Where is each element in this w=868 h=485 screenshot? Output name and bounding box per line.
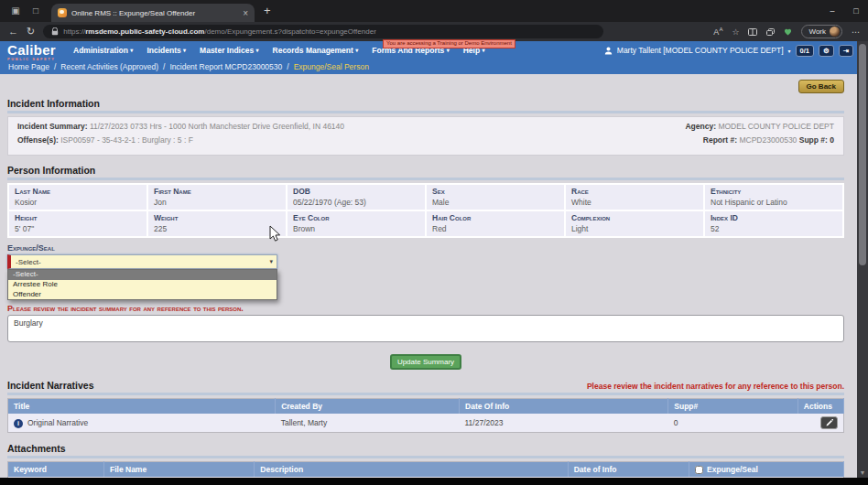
person-row-1: Last NameKosior First NameJon DOB05/22/1… [8, 184, 843, 210]
offense-value: ISP00597 - 35-43-2-1 : Burglary : 5 : F [60, 135, 193, 145]
offense-label: Offense(s): [17, 135, 59, 145]
chevron-down-icon: ▾ [130, 48, 133, 53]
pencil-icon [826, 419, 833, 426]
user-menu[interactable]: Marty Tallent [MODEL COUNTY POLICE DEPT] [617, 46, 784, 55]
person-cell: Index ID52 [704, 210, 843, 237]
column-actions: Actions [797, 399, 843, 415]
mouse-cursor-icon [268, 225, 282, 243]
field-value: Kosior [15, 198, 141, 207]
logout-button[interactable]: ⇥ [839, 45, 853, 57]
browser-titlebar: ▣ □ Online RMS :: Expunge/Seal Offender … [0, 0, 868, 22]
narrative-title-cell: iOriginal Narrative [8, 414, 276, 433]
report-number-value: MCPD23000530 [739, 135, 797, 145]
field-value: Brown [293, 224, 419, 233]
minimize-button[interactable]: – [820, 6, 844, 16]
narrative-supp: 0 [668, 414, 798, 433]
chevron-down-icon: ▾ [447, 48, 450, 53]
page-scrollbar[interactable]: ▼ [857, 41, 868, 478]
incident-narratives-header: Incident Narratives Please review the in… [7, 376, 844, 395]
menu-incidents[interactable]: Incidents ▾ [146, 46, 186, 55]
menu-records-management[interactable]: Records Management ▾ [273, 46, 359, 55]
profile-avatar [830, 27, 840, 37]
person-cell: Last NameKosior [8, 184, 147, 210]
collections-icon[interactable] [766, 28, 775, 36]
tab-search-icon[interactable]: □ [27, 0, 44, 22]
new-tab-button[interactable]: + [264, 0, 271, 22]
report-number-label: Report #: [703, 135, 737, 145]
breadcrumb-recent-activities[interactable]: Recent Activities (Approved) [60, 62, 158, 71]
scrollbar-down-arrow-icon[interactable]: ▼ [857, 469, 868, 476]
workspaces-icon[interactable]: ▣ [7, 0, 24, 22]
scrollbar-thumb[interactable] [859, 44, 866, 265]
expunge-seal-header-label: Expunge/Seal [707, 465, 758, 474]
offense-line: Offense(s): ISP00597 - 35-43-2-1 : Burgl… [17, 135, 344, 145]
reader-mode-sup: A [719, 27, 722, 32]
field-value: 52 [711, 224, 837, 233]
user-icon [604, 47, 613, 55]
edit-narrative-button[interactable] [820, 416, 838, 429]
go-back-button[interactable]: Go Back [798, 80, 844, 93]
window-controls: – □ [820, 0, 868, 22]
browser-tab[interactable]: Online RMS :: Expunge/Seal Offender × [51, 4, 255, 22]
person-cell: RaceWhite [565, 184, 704, 210]
field-value: Not Hispanic or Latino [711, 198, 837, 207]
info-icon[interactable]: i [14, 419, 23, 428]
person-row-2: Height5' 07" Weight225 Eye ColorBrown Ha… [8, 210, 843, 237]
option-arrestee-role[interactable]: Arrestee Role [8, 280, 277, 290]
field-label: Hair Color [432, 213, 559, 222]
browser-toolbar: ← ↻ https://rmsdemo.public-safety-cloud.… [0, 22, 868, 41]
field-value: 05/22/1970 (Age: 53) [293, 198, 419, 207]
reader-mode-icon[interactable]: AA [713, 27, 722, 37]
titlebar-left: ▣ □ [0, 0, 44, 22]
breadcrumb-home[interactable]: Home Page [8, 62, 49, 71]
field-label: Ethnicity [711, 187, 837, 196]
user-area: Marty Tallent [MODEL COUNTY POLICE DEPT]… [604, 45, 868, 57]
expunge-seal-all-checkbox[interactable] [695, 466, 703, 474]
column-keyword: Keyword [8, 462, 104, 478]
tab-close-icon[interactable]: × [243, 8, 248, 18]
field-label: Eye Color [293, 213, 419, 222]
option-select[interactable]: -Select- [8, 270, 277, 280]
menu-master-indices[interactable]: Master Indices ▾ [200, 46, 258, 55]
back-icon[interactable]: ← [8, 22, 18, 41]
field-label: DOB [293, 187, 419, 196]
lock-icon [51, 27, 59, 36]
option-offender[interactable]: Offender [8, 290, 277, 300]
caliber-logo[interactable]: Caliber PUBLIC SAFETY [7, 43, 56, 61]
column-date-of-info: Date Of Info [460, 399, 668, 415]
toolbar-right: AA ☆ Work ⋯ [713, 25, 860, 38]
menu-administration[interactable]: Administration ▾ [73, 46, 133, 55]
profile-label: Work [808, 27, 826, 36]
person-cell: First NameJon [147, 184, 287, 210]
url-scheme: https:// [63, 27, 85, 36]
refresh-icon[interactable]: ↻ [27, 22, 35, 41]
settings-gear-button[interactable]: ⚙ [819, 45, 834, 57]
favorites-star-icon[interactable]: ☆ [732, 27, 739, 37]
incident-summary-textarea[interactable]: Burglary [7, 315, 844, 342]
incident-narratives-title: Incident Narratives [7, 380, 94, 391]
bottom-black-bar [0, 478, 868, 485]
browser-essentials-icon[interactable] [784, 28, 792, 36]
summary-warning: Please review the incident summary for a… [7, 304, 844, 313]
update-summary-button[interactable]: Update Summary [390, 354, 461, 370]
incident-info-right: Agency: MODEL COUNTY POLICE DEPT Report … [685, 122, 834, 149]
column-description: Description [255, 462, 568, 478]
breadcrumb-incident-report[interactable]: Incident Report MCPD23000530 [169, 62, 282, 71]
maximize-button[interactable]: □ [844, 6, 868, 16]
field-value: Male [432, 198, 559, 207]
field-value: Light [571, 224, 698, 233]
field-value: Jon [154, 198, 280, 207]
split-screen-icon[interactable] [748, 28, 757, 36]
profile-button[interactable]: Work [801, 25, 842, 38]
breadcrumb: Home Page / Recent Activities (Approved)… [0, 59, 868, 74]
breadcrumb-separator: / [163, 62, 165, 71]
address-bar[interactable]: https://rmsdemo.public-safety-cloud.com/… [43, 25, 603, 38]
expunge-seal-select[interactable]: -Select- ▾ [7, 254, 277, 269]
attachments-header-row: Keyword File Name Description Date of In… [8, 462, 844, 478]
go-back-row: Go Back [7, 80, 844, 93]
select-value: -Select- [16, 258, 41, 266]
more-menu-icon[interactable]: ⋯ [852, 27, 860, 37]
menu-label: Administration [73, 46, 128, 55]
logo-subtitle: PUBLIC SAFETY [7, 58, 56, 61]
url-path: /demo/Expungement.s?dispatchto=expungeOf… [204, 27, 375, 36]
